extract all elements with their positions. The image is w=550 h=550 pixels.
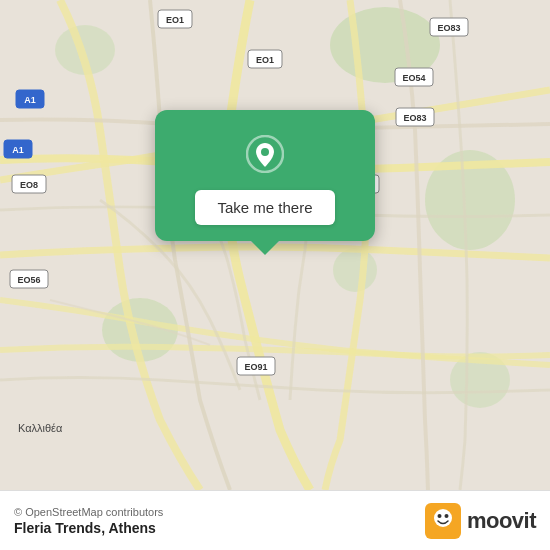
bottom-bar: © OpenStreetMap contributors Fleria Tren… — [0, 490, 550, 550]
svg-point-36 — [444, 514, 448, 518]
location-label: Fleria Trends, Athens — [14, 520, 163, 536]
bottom-left-info: © OpenStreetMap contributors Fleria Tren… — [14, 506, 163, 536]
svg-point-35 — [437, 514, 441, 518]
svg-point-32 — [261, 148, 269, 156]
copyright-text: © OpenStreetMap contributors — [14, 506, 163, 518]
moovit-logo: moovit — [425, 503, 536, 539]
moovit-icon — [425, 503, 461, 539]
svg-text:EO83: EO83 — [403, 113, 426, 123]
svg-text:EO8: EO8 — [20, 180, 38, 190]
svg-text:EO54: EO54 — [402, 73, 425, 83]
location-popup: Take me there — [155, 110, 375, 241]
svg-text:A1: A1 — [12, 145, 24, 155]
svg-text:EO91: EO91 — [244, 362, 267, 372]
svg-text:EO1: EO1 — [166, 15, 184, 25]
map-container: EO1 EO1 EO83 EO83 EO54 EO54 EO8 A1 A1 EO… — [0, 0, 550, 490]
svg-point-6 — [333, 248, 377, 292]
svg-text:Καλλιθέα: Καλλιθέα — [18, 422, 63, 434]
svg-text:EO83: EO83 — [437, 23, 460, 33]
location-pin-icon — [246, 135, 284, 173]
moovit-text: moovit — [467, 508, 536, 534]
location-icon-wrap — [239, 128, 291, 180]
svg-text:EO56: EO56 — [17, 275, 40, 285]
svg-text:EO1: EO1 — [256, 55, 274, 65]
take-me-there-button[interactable]: Take me there — [195, 190, 334, 225]
svg-text:A1: A1 — [24, 95, 36, 105]
svg-point-34 — [434, 509, 452, 527]
